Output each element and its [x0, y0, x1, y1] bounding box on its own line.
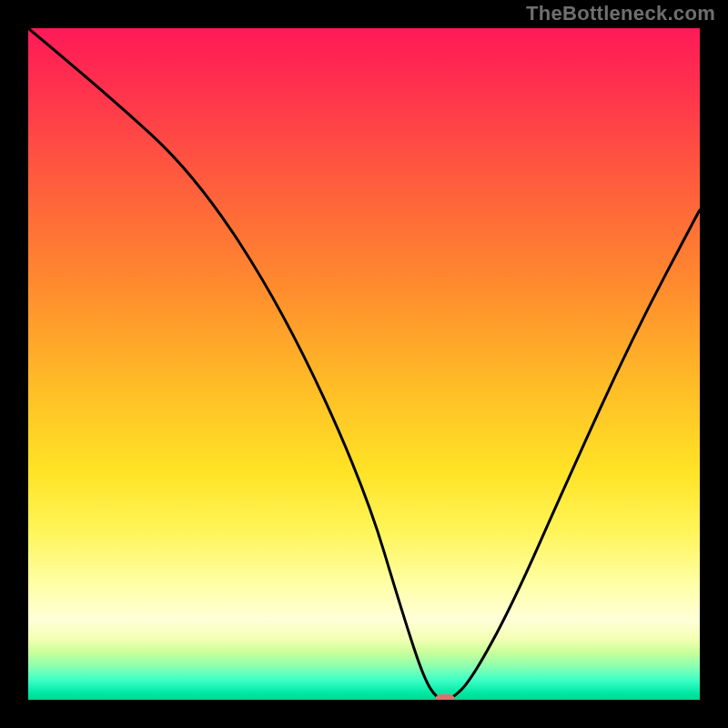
bottleneck-curve-path [28, 28, 700, 700]
plot-area [28, 28, 700, 700]
watermark-text: TheBottleneck.com [526, 2, 715, 25]
optimal-marker [435, 694, 455, 700]
chart-container: TheBottleneck.com [0, 0, 728, 728]
curve-svg [28, 28, 700, 700]
